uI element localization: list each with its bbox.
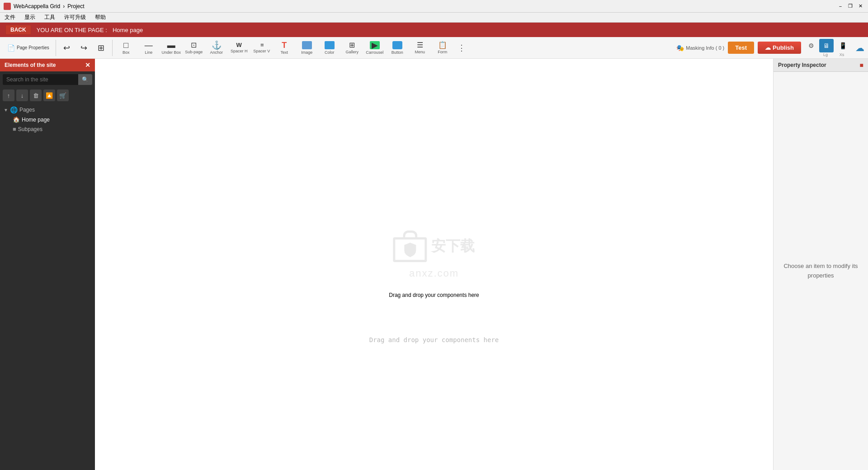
page-location-label: YOU ARE ON THE PAGE : [37,27,107,33]
property-inspector-message: Choose an item to modify its properties [774,72,868,470]
device-settings: ⚙ 🖥 📱 Lg Xs [805,39,850,57]
toolbar: 📄 Page Properties ↩ ↪ ⊞ □ Box ― Line ▬ U… [0,37,868,59]
publish-button[interactable]: ☁Publish [758,42,801,54]
shield-icon [404,242,416,258]
back-bar: BACK YOU ARE ON THE PAGE : Home page [0,23,868,37]
menu-view[interactable]: 显示 [23,13,37,22]
tool-subpage[interactable]: ⊡ Sub-page [183,38,205,58]
tool-gallery[interactable]: ⊞ Gallery [341,38,363,58]
menu-bar: 文件 显示 工具 许可升级 帮助 [0,13,868,23]
drag-drop-label: Drag and drop your components here [369,336,499,343]
app-icon [4,3,11,10]
separator-2 [112,40,113,56]
undo-button[interactable]: ↩ [59,38,75,58]
close-button[interactable]: ✕ [856,2,864,10]
sidebar-title: Elements of the site [5,62,56,68]
device-lg-button[interactable]: 🖥 [819,39,834,52]
menu-help[interactable]: 帮助 [93,13,108,22]
cloud-sync-icon: ☁ [855,42,864,53]
drop-text: Drag and drop your components here [389,292,479,298]
sidebar-close-button[interactable]: ✕ [85,61,90,69]
action-import-button[interactable]: ↓ [16,89,28,101]
content-area: Elements of the site ✕ 🔍 ↑ ↓ 🗑 🔼 🛒 ▼ 🌐 P… [0,59,868,470]
tool-text[interactable]: T Text [274,38,295,58]
home-page-label: Home page [22,117,50,123]
search-bar: 🔍 [3,74,92,85]
sidebar: Elements of the site ✕ 🔍 ↑ ↓ 🗑 🔼 🛒 ▼ 🌐 P… [0,59,95,470]
action-cart-button[interactable]: 🛒 [57,89,69,101]
tool-menu[interactable]: ☰ Menu [409,38,431,58]
tool-anchor[interactable]: ⚓ Anchor [206,38,227,58]
device-xs-icon: 📱 [839,42,847,49]
project-name: Project [67,3,84,9]
tool-underbox[interactable]: ▬ Under Box [160,38,182,58]
menu-license[interactable]: 许可升级 [62,13,88,22]
sidebar-tree: ▼ 🌐 Pages 🏠 Home page ■ Subpages [0,103,95,470]
device-xs-label: Xs [835,52,849,57]
pages-expand-icon: ▼ [4,108,8,113]
canvas-page: 安下载 anxz.com Drag and drop your componen… [95,59,773,470]
more-tools-button[interactable]: ⋮ [454,38,469,58]
sidebar-actions: ↑ ↓ 🗑 🔼 🛒 [0,88,95,103]
pages-folder-icon: 🌐 [10,106,18,113]
test-button[interactable]: Test [728,42,754,54]
action-up-button[interactable]: 🔼 [43,89,55,101]
title-bar: WebAcappella Grid › Project − ❐ ✕ [0,0,868,13]
toolbar-right: 🎭 Masking Info ( 0 ) Test ☁Publish ⚙ 🖥 📱… [676,39,864,57]
separator-1 [56,40,56,56]
home-page-icon: 🏠 [13,116,20,123]
arrange-button[interactable]: ⊞ [93,38,109,58]
device-lg-icon: 🖥 [823,42,830,49]
subpages-label: Subpages [18,126,42,132]
device-xs-button[interactable]: 📱 [835,39,850,52]
tool-spacerv[interactable]: ≡ Spacer V [251,38,273,58]
minimize-button[interactable]: − [836,2,844,10]
tool-form[interactable]: 📋 Form [432,38,453,58]
watermark-text: 安下载 [431,236,475,256]
subpages-icon: ■ [13,126,16,132]
redo-button[interactable]: ↪ [76,38,92,58]
window-controls: − ❐ ✕ [836,2,864,10]
property-inspector-close[interactable]: ■ [860,61,863,69]
action-delete-button[interactable]: 🗑 [30,89,42,101]
menu-file[interactable]: 文件 [3,13,17,22]
settings-button[interactable]: ⚙ [805,39,817,52]
back-button[interactable]: BACK [5,25,31,35]
property-inspector-header: Property Inspector ■ [774,59,868,72]
title-bar-left: WebAcappella Grid › Project [4,3,85,10]
tool-box[interactable]: □ Box [115,38,137,58]
menu-tools[interactable]: 工具 [42,13,57,22]
watermark-url: anxz.com [409,268,459,279]
property-inspector-title: Property Inspector [778,62,826,68]
tool-image[interactable]: Image [296,38,318,58]
tool-button[interactable]: Button [387,38,408,58]
watermark: 安下载 anxz.com Drag and drop your componen… [389,230,479,298]
search-button[interactable]: 🔍 [78,74,92,85]
tree-pages-group[interactable]: ▼ 🌐 Pages [0,105,95,115]
restore-button[interactable]: ❐ [846,2,854,10]
tool-color[interactable]: Color [319,38,340,58]
property-inspector: Property Inspector ■ Choose an item to m… [773,59,868,470]
search-input[interactable] [3,74,78,85]
tool-spacerh[interactable]: W Spacer H [228,38,250,58]
toolbar-left: 📄 Page Properties ↩ ↪ ⊞ □ Box ― Line ▬ U… [4,38,469,58]
tree-home-page[interactable]: 🏠 Home page [0,115,95,124]
device-lg-label: Lg [818,52,833,57]
app-name: WebAcappella Grid [14,3,60,9]
masking-info: 🎭 Masking Info ( 0 ) [676,44,724,52]
tree-subpages[interactable]: ■ Subpages [0,124,95,134]
sidebar-header: Elements of the site ✕ [0,59,95,71]
separator: › [63,3,65,9]
action-export-button[interactable]: ↑ [3,89,14,101]
tool-carousel[interactable]: ▶ Carrousel [364,38,386,58]
canvas-area: 安下载 anxz.com Drag and drop your componen… [95,59,773,470]
tool-line[interactable]: ― Line [138,38,160,58]
pages-label: Pages [19,107,35,113]
current-page-name: Home page [113,27,143,33]
page-properties-button[interactable]: 📄 Page Properties [4,38,53,58]
